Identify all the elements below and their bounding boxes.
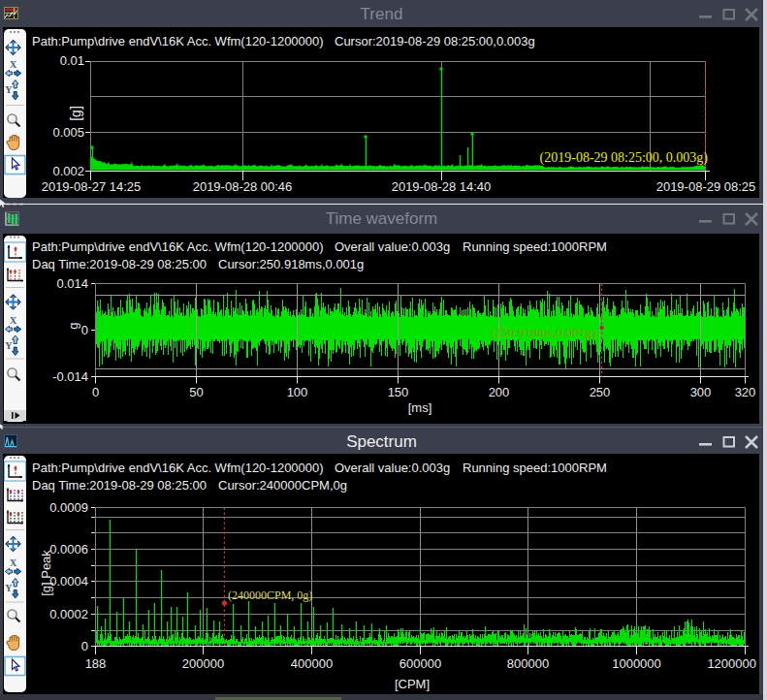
svg-text:(250.918ms,0.001g): (250.918ms,0.001g): [491, 325, 596, 339]
svg-text:0.005: 0.005: [52, 125, 84, 140]
svg-text:[ms]: [ms]: [408, 400, 432, 415]
svg-text:Y: Y: [5, 583, 13, 593]
svg-text:[CPM]: [CPM]: [395, 677, 430, 691]
svg-text:2019-08-27 14:25: 2019-08-27 14:25: [42, 179, 142, 194]
svg-text:-0.014: -0.014: [52, 369, 88, 384]
svg-text:[g] Peak: [g] Peak: [39, 550, 53, 596]
svg-text:0: 0: [81, 639, 88, 653]
svg-text:[g]: [g]: [68, 106, 83, 121]
svg-text:2019-08-28 14:40: 2019-08-28 14:40: [392, 179, 492, 194]
svg-text:0.0002: 0.0002: [49, 607, 88, 621]
svg-text:X: X: [10, 557, 17, 568]
svg-text:2019-08-28 00:46: 2019-08-28 00:46: [193, 179, 293, 194]
svg-text:0: 0: [81, 323, 88, 337]
svg-text:Y: Y: [5, 340, 13, 351]
svg-text:0.0006: 0.0006: [49, 542, 88, 557]
svg-text:X: X: [10, 315, 17, 326]
svg-text:0.01: 0.01: [60, 53, 84, 68]
svg-text:50: 50: [189, 385, 203, 399]
svg-text:0.0009: 0.0009: [49, 500, 88, 515]
svg-text:150: 150: [388, 385, 409, 399]
svg-text:X: X: [10, 59, 17, 70]
svg-text:2019-08-29 08:25: 2019-08-29 08:25: [656, 179, 756, 194]
svg-text:Y: Y: [5, 84, 13, 95]
svg-text:188: 188: [85, 656, 107, 671]
svg-text:200000: 200000: [182, 656, 224, 671]
svg-text:320: 320: [735, 385, 756, 399]
svg-text:250: 250: [590, 385, 611, 399]
svg-text:600000: 600000: [399, 656, 441, 671]
svg-text:0: 0: [92, 385, 99, 399]
svg-text:1000000: 1000000: [612, 656, 661, 671]
svg-text:0.0004: 0.0004: [49, 574, 88, 589]
svg-text:400000: 400000: [291, 656, 333, 671]
svg-text:1200000: 1200000: [707, 656, 756, 671]
svg-text:g: g: [66, 322, 80, 329]
svg-text:0.014: 0.014: [56, 276, 88, 291]
svg-text:(240000CPM, 0g): (240000CPM, 0g): [228, 589, 312, 602]
svg-text:100: 100: [287, 385, 308, 399]
svg-text:800000: 800000: [507, 656, 549, 671]
svg-text:300: 300: [690, 385, 712, 399]
svg-text:0.002: 0.002: [52, 164, 84, 178]
svg-text:200: 200: [489, 385, 510, 399]
svg-text:(2019-08-29 08:25:00, 0.003g): (2019-08-29 08:25:00, 0.003g): [540, 150, 709, 166]
